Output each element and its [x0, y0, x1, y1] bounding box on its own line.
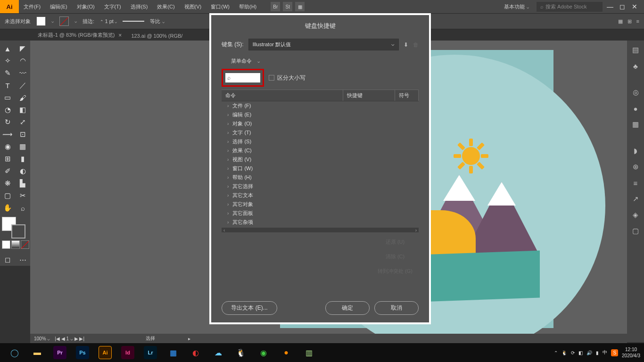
workspace-dropdown[interactable]: 基本功能 [499, 2, 534, 12]
shape-builder-tool[interactable]: ◉ [0, 140, 15, 153]
menu-effect[interactable]: 效果(C) [152, 3, 179, 10]
properties-panel-icon[interactable]: ▤ [630, 44, 641, 56]
tray-volume-icon[interactable]: 🔊 [586, 350, 592, 355]
keyset-dropdown[interactable]: Illustrator 默认值⌵ [248, 39, 399, 50]
transform-icon[interactable]: ⊞ [627, 18, 632, 25]
align-icon[interactable]: ▦ [618, 18, 623, 25]
fill-swatch[interactable] [36, 16, 46, 26]
cmd-item[interactable]: ›对象 (O) [222, 119, 419, 128]
width-tool[interactable]: ⟿ [0, 128, 15, 140]
perspective-tool[interactable]: ▦ [15, 140, 30, 153]
menu-edit[interactable]: 编辑(E) [45, 3, 72, 10]
curvature-tool[interactable]: 〰 [15, 67, 30, 79]
type-tool[interactable]: T [0, 79, 15, 91]
cmd-item[interactable]: ›窗口 (W) [222, 164, 419, 173]
menu-type[interactable]: 文字(T) [99, 3, 126, 10]
scale-tool[interactable]: ⤢ [15, 116, 30, 128]
cmd-item[interactable]: ›其它面板 [222, 209, 419, 218]
notepad-icon[interactable]: ▥ [298, 345, 320, 361]
browser-icon[interactable]: ◯ [4, 345, 25, 361]
cmd-item[interactable]: ›文字 (T) [222, 128, 419, 137]
col-command[interactable]: 命令 [222, 90, 343, 101]
minimize-button[interactable]: — [605, 3, 615, 10]
doc-tab-2[interactable]: 123.ai @ 100% (RGB/ [126, 31, 187, 41]
photoshop-icon[interactable]: Ps [72, 345, 93, 361]
color-panel-icon[interactable]: ● [630, 103, 641, 114]
rotate-tool[interactable]: ↻ [0, 116, 15, 128]
app-icon-3[interactable]: ☁ [207, 345, 229, 361]
command-list[interactable]: ›文件 (F) ›编辑 (E) ›对象 (O) ›文字 (T) ›选择 (S) … [222, 101, 419, 227]
artboard-nav[interactable]: |◀ ◀ 1 ⌵ ▶ ▶| [55, 336, 84, 341]
menu-view[interactable]: 视图(V) [180, 3, 206, 10]
lasso-tool[interactable]: ◠ [15, 55, 30, 67]
layers-panel-icon[interactable]: ◈ [630, 209, 641, 221]
tray-network-icon[interactable]: ▮ [596, 350, 599, 355]
qq-icon[interactable]: 🐧 [230, 345, 252, 361]
maximize-button[interactable]: ◻ [618, 3, 627, 10]
cancel-button[interactable]: 取消 [374, 301, 419, 315]
cc-panel-icon[interactable]: ◎ [630, 87, 641, 98]
tray-sync-icon[interactable]: ⟳ [571, 350, 575, 355]
tray-sogou-icon[interactable]: S [611, 349, 618, 356]
slice-tool[interactable]: ✂ [15, 189, 30, 202]
app-icon-4[interactable]: ● [275, 345, 297, 361]
brushes-panel-icon[interactable]: ◗ [630, 145, 641, 156]
stock-icon[interactable]: St [283, 2, 292, 11]
rectangle-tool[interactable]: ▭ [0, 91, 15, 104]
blend-tool[interactable]: ◐ [15, 165, 30, 177]
line-tool[interactable]: ／ [15, 79, 30, 91]
export-text-button[interactable]: 导出文本 (E)... [222, 301, 277, 315]
free-transform-tool[interactable]: ⊡ [15, 128, 30, 140]
artboards-panel-icon[interactable]: ▢ [630, 225, 641, 237]
stroke-weight[interactable]: ⌃ 1 pt ⌵ [100, 18, 117, 24]
stroke-panel-icon[interactable]: ≡ [630, 177, 641, 189]
arrange-icon[interactable]: ▦ [295, 2, 305, 11]
delete-set-icon[interactable]: 🗑 [413, 41, 419, 48]
bridge-icon[interactable]: Br [271, 2, 280, 11]
tray-qq-icon[interactable]: 🐧 [561, 350, 567, 355]
close-button[interactable]: ✕ [630, 3, 639, 10]
artboard-tool[interactable]: ▢ [0, 189, 15, 202]
cmd-item[interactable]: ›其它杂项 [222, 218, 419, 227]
gradient-tool[interactable]: ▮ [15, 153, 30, 165]
zoom-level[interactable]: 100% ⌵ [34, 336, 50, 341]
selection-tool[interactable]: ▲ [0, 42, 15, 55]
magic-wand-tool[interactable]: ✧ [0, 55, 15, 67]
background-color[interactable] [11, 224, 25, 239]
premiere-icon[interactable]: Pr [49, 345, 71, 361]
color-mode-none[interactable] [21, 240, 29, 249]
illustrator-icon[interactable]: Ai [94, 345, 116, 361]
cmd-item[interactable]: ›效果 (C) [222, 146, 419, 155]
cmd-item[interactable]: ›视图 (V) [222, 155, 419, 164]
eyedropper-tool[interactable]: ✐ [0, 165, 15, 177]
taskbar-clock[interactable]: 12:10 2020/4/3 [622, 346, 640, 359]
lightroom-icon[interactable]: Lr [140, 345, 161, 361]
symbol-sprayer-tool[interactable]: ❋ [0, 177, 15, 189]
tray-chevron-icon[interactable]: ⌃ [554, 350, 558, 355]
export-panel-icon[interactable]: ↗ [630, 193, 641, 205]
menu-file[interactable]: 文件(F) [19, 3, 45, 10]
system-tray[interactable]: ⌃ 🐧 ⟳ ◧ 🔊 ▮ 中 S 12:10 2020/4/3 [554, 346, 640, 359]
brush-tool[interactable]: 🖌 [15, 91, 30, 104]
doc-tab-1[interactable]: 未标题-1 @ 83% (RGB/像素预览)× [33, 30, 126, 41]
col-symbol[interactable]: 符号 [395, 90, 419, 101]
menu-select[interactable]: 选择(S) [126, 3, 153, 10]
uniform-dropdown[interactable]: 等比 [150, 18, 165, 25]
screen-mode[interactable]: ◻ [0, 254, 15, 266]
stock-search[interactable]: ⌕搜索 Adobe Stock [537, 2, 603, 12]
cmd-item[interactable]: ›其它文本 [222, 191, 419, 200]
graph-tool[interactable]: ▙ [15, 177, 30, 189]
edit-toolbar[interactable]: ⋯ [15, 254, 30, 266]
mesh-tool[interactable]: ⊞ [0, 153, 15, 165]
zoom-tool[interactable]: ⌕ [15, 202, 30, 214]
horizontal-scrollbar[interactable] [222, 228, 419, 232]
ok-button[interactable]: 确定 [325, 301, 370, 315]
tray-safe-icon[interactable]: ◧ [578, 350, 583, 355]
chrome-icon[interactable]: ◉ [253, 345, 274, 361]
direct-select-tool[interactable]: ◤ [15, 42, 30, 55]
swatches-panel-icon[interactable]: ▦ [630, 119, 641, 130]
app-icon-2[interactable]: ◐ [185, 345, 206, 361]
shortcut-search-input[interactable] [225, 73, 260, 82]
stroke-profile[interactable] [123, 21, 144, 22]
cmd-item[interactable]: ›其它对象 [222, 200, 419, 209]
